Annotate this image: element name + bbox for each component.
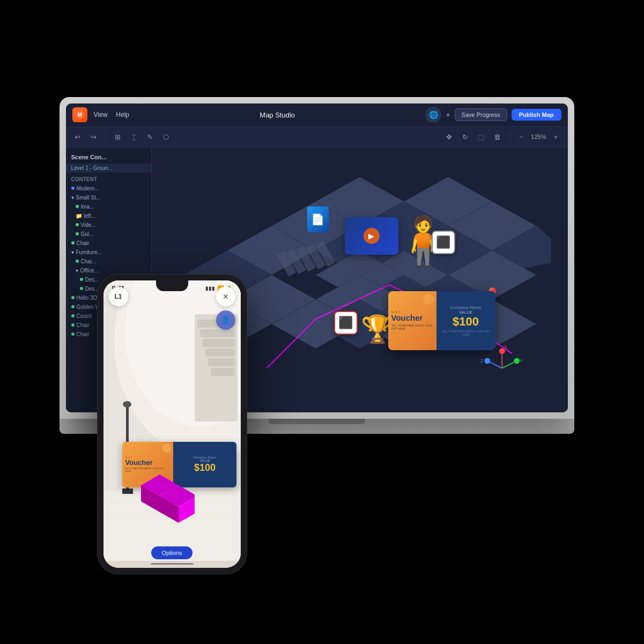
sidebar-item-modern[interactable]: Modern...: [66, 184, 151, 193]
toolbar-separator2: [509, 131, 509, 142]
delete-tool[interactable]: 🗑: [491, 130, 504, 143]
rotate-tool[interactable]: ↻: [458, 130, 471, 143]
map-voucher-large: GIFT Voucher TELL SOMETHING ABOUT YOUR G…: [388, 291, 495, 350]
item-dot-chair: [71, 241, 75, 245]
item-dot-chai: [76, 260, 79, 263]
svg-rect-49: [200, 329, 235, 337]
map-video-card[interactable]: ▶: [345, 217, 398, 255]
move-tool[interactable]: ✥: [442, 130, 455, 143]
app-title: Map Studio: [136, 111, 419, 119]
sidebar-item-ima[interactable]: Ima...: [66, 202, 151, 211]
app-logo: M: [72, 107, 87, 122]
map-qr-badge-top[interactable]: ⬛: [432, 231, 455, 254]
header-nav: View Help: [94, 111, 129, 119]
item-dot: [71, 187, 75, 190]
phone-close-button[interactable]: ✕: [216, 287, 235, 306]
svg-rect-53: [211, 368, 235, 376]
toolbar-right: ✥ ↻ ⬚ 🗑 − 125% +: [442, 130, 562, 143]
phone-screen: GIFT Voucher TELL SOMETHING ABOUT YOUR G…: [103, 280, 241, 568]
item-dot-desk2: [80, 287, 83, 290]
svg-text:Y: Y: [520, 358, 523, 363]
app-header: M View Help Map Studio 🌐 + Save Progress…: [66, 103, 568, 127]
sidebar-item-left[interactable]: 📁 left...: [66, 211, 151, 220]
item-dot-hello: [71, 296, 75, 299]
item-dot-desk1: [80, 278, 83, 281]
svg-rect-50: [203, 339, 235, 347]
plus-icon: +: [446, 110, 450, 119]
sidebar-item-gol[interactable]: Gol...: [66, 230, 151, 239]
item-dot-couch: [71, 314, 75, 317]
svg-text:Z: Z: [480, 358, 483, 363]
toolbar-separator: [106, 131, 106, 142]
app-toolbar: ↩ ↪ ⊞ ⌶ ✎ ⬡ ✥ ↻ ⬚ 🗑 − 125% +: [66, 127, 568, 147]
item-dot-green: [76, 205, 79, 208]
item-dot-green3: [76, 232, 79, 235]
save-progress-button[interactable]: Save Progress: [455, 108, 507, 121]
zoom-out[interactable]: −: [515, 130, 528, 143]
svg-point-36: [484, 358, 490, 364]
phone-body: GIFT Voucher TELL SOMETHING ABOUT YOUR G…: [97, 274, 247, 574]
sidebar-folder-furniture[interactable]: ▾ Furniture...: [66, 248, 151, 257]
phone-3d-shape: [125, 469, 195, 530]
phone-options-button[interactable]: Options: [151, 546, 193, 559]
sidebar-item-vide[interactable]: Vide...: [66, 220, 151, 230]
globe-button[interactable]: 🌐: [425, 107, 441, 123]
zoom-level: 125%: [531, 134, 546, 140]
sidebar-level[interactable]: Level 1 - Groun...: [66, 164, 151, 173]
phone-user-button[interactable]: 👤: [216, 310, 235, 330]
svg-point-35: [514, 358, 520, 364]
svg-text:M: M: [77, 112, 82, 118]
phone-notch: [156, 280, 188, 291]
svg-rect-51: [205, 349, 235, 357]
publish-map-button[interactable]: Publish Map: [512, 109, 561, 121]
undo-button[interactable]: ↩: [71, 130, 84, 143]
map-doc-icon: 📄: [307, 206, 329, 232]
signal-icon: ▮▮▮: [205, 285, 215, 291]
laptop-notch: [269, 419, 365, 424]
scale-tool[interactable]: ⬚: [475, 130, 487, 143]
edit-button[interactable]: ✎: [144, 130, 157, 143]
svg-rect-52: [208, 358, 235, 366]
cursor-button[interactable]: ⌶: [128, 130, 140, 143]
svg-point-56: [123, 401, 131, 408]
sidebar-item-chai[interactable]: Chai...: [66, 257, 151, 266]
sidebar-title: Scene Con...: [66, 152, 151, 164]
map-qr-badge-left[interactable]: ⬛: [334, 311, 358, 335]
sidebar-item-chair[interactable]: Chair: [66, 239, 151, 248]
cube-button[interactable]: ⬡: [160, 130, 173, 143]
view-menu[interactable]: View: [94, 111, 108, 119]
phone-home-indicator: [151, 563, 194, 565]
grid-button[interactable]: ⊞: [112, 130, 124, 143]
redo-button[interactable]: ↪: [87, 130, 100, 143]
svg-text:X: X: [504, 345, 507, 350]
sidebar-folder-small[interactable]: ▾ Small St...: [66, 193, 151, 202]
header-actions: 🌐 + Save Progress Publish Map: [425, 107, 561, 123]
item-dot-green2: [76, 223, 79, 226]
help-menu[interactable]: Help: [116, 111, 129, 119]
zoom-in[interactable]: +: [550, 130, 562, 143]
sidebar-content-label: Content: [66, 175, 151, 184]
phone-level-button[interactable]: L1: [109, 287, 128, 306]
item-dot-chair2: [71, 323, 75, 327]
item-dot-chair3: [71, 332, 75, 336]
phone: GIFT Voucher TELL SOMETHING ABOUT YOUR G…: [97, 274, 247, 574]
item-dot-golden: [71, 305, 75, 308]
scene-wrapper: M View Help Map Studio 🌐 + Save Progress…: [27, 54, 617, 590]
